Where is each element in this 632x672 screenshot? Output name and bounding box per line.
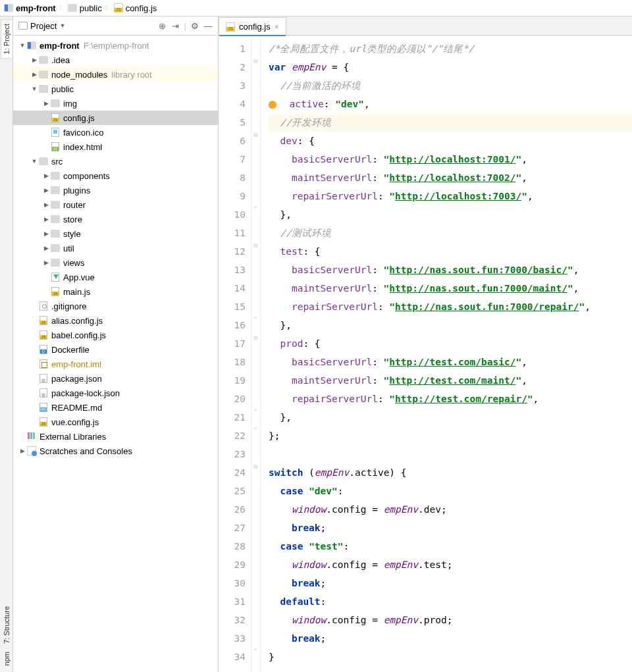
fold-marker[interactable]: ⊟	[251, 242, 260, 261]
tab-npm[interactable]: npm	[1, 648, 12, 669]
fold-marker[interactable]: ⊟	[251, 132, 260, 150]
project-tree[interactable]: ▼emp-frontF:\emp\emp-front▶.idea▶node_mo…	[13, 36, 218, 672]
tree-item[interactable]: favicon.ico	[13, 125, 218, 140]
tree-item[interactable]: package-lock.json	[13, 386, 218, 400]
code-line[interactable]	[269, 445, 632, 463]
fold-marker[interactable]: ⊟	[251, 334, 260, 353]
code-line[interactable]: maintServerUrl: "http://test.com/maint/"…	[269, 371, 632, 390]
tree-item[interactable]: App.vue	[13, 270, 218, 284]
bulb-icon[interactable]	[269, 101, 276, 109]
code-area[interactable]: /*全局配置文件，url类型的必须以"/"结尾*/var empEnv = { …	[261, 36, 632, 672]
panel-title[interactable]: Project	[30, 21, 57, 31]
tree-item[interactable]: index.html	[13, 140, 218, 154]
line-number[interactable]: 26	[219, 500, 246, 519]
line-number[interactable]: 15	[219, 297, 246, 316]
code-line[interactable]: var empEnv = {	[269, 58, 632, 76]
tree-item[interactable]: ▶node_moduleslibrary root	[13, 67, 218, 82]
line-number[interactable]: 4	[219, 95, 246, 113]
line-number[interactable]: 8	[219, 168, 246, 187]
chevron-right-icon[interactable]: ▶	[42, 100, 50, 107]
tree-item[interactable]: ▶util	[13, 241, 218, 255]
chevron-right-icon[interactable]: ▶	[42, 230, 50, 237]
tree-item[interactable]: vue.config.js	[13, 415, 218, 429]
fold-marker[interactable]: ⊟	[251, 58, 260, 76]
line-number[interactable]: 13	[219, 261, 246, 279]
code-line[interactable]: repairServerUrl: "http://test.com/repair…	[269, 390, 632, 408]
tree-item[interactable]: ▼public	[13, 82, 218, 96]
fold-marker[interactable]: ⌃	[251, 316, 260, 334]
target-icon[interactable]: ⊕	[158, 21, 167, 30]
code-line[interactable]: maintServerUrl: "http://localhost:7002/"…	[269, 168, 632, 187]
line-number[interactable]: 5	[219, 113, 246, 132]
breadcrumb-item[interactable]: emp-front	[4, 3, 56, 13]
code-line[interactable]: repairServerUrl: "http://localhost:7003/…	[269, 187, 632, 205]
line-number[interactable]: 17	[219, 334, 246, 353]
code-line[interactable]: break;	[269, 519, 632, 537]
code-line[interactable]: default:	[269, 592, 632, 611]
code-line[interactable]: break;	[269, 574, 632, 592]
line-number[interactable]: 18	[219, 353, 246, 371]
code-line[interactable]: //当前激活的环境	[269, 76, 632, 95]
line-number[interactable]: 12	[219, 242, 246, 261]
code-line[interactable]: basicServerUrl: "http://test.com/basic/"…	[269, 353, 632, 371]
line-number[interactable]: 19	[219, 371, 246, 390]
code-line[interactable]: }	[269, 648, 632, 666]
tree-item[interactable]: package.json	[13, 371, 218, 386]
line-number[interactable]: 30	[219, 574, 246, 592]
line-number[interactable]: 10	[219, 205, 246, 224]
chevron-down-icon[interactable]: ▼	[30, 158, 38, 165]
breadcrumb-item[interactable]: JS config.js	[114, 3, 157, 13]
line-number[interactable]: 27	[219, 519, 246, 537]
tree-item[interactable]: ▶Scratches and Consoles	[13, 444, 218, 458]
chevron-right-icon[interactable]: ▶	[42, 259, 50, 266]
tree-item[interactable]: External Libraries	[13, 429, 218, 444]
line-number[interactable]: 32	[219, 611, 246, 629]
chevron-right-icon[interactable]: ▶	[18, 448, 26, 454]
code-line[interactable]: //测试环境	[269, 224, 632, 242]
line-number[interactable]: 3	[219, 76, 246, 95]
line-number[interactable]: 25	[219, 482, 246, 500]
chevron-down-icon[interactable]: ▼	[18, 42, 26, 49]
breadcrumb-item[interactable]: public	[68, 3, 102, 13]
code-line[interactable]: repairServerUrl: "http://nas.sout.fun:70…	[269, 297, 632, 316]
line-number[interactable]: 29	[219, 556, 246, 574]
chevron-down-icon[interactable]: ▼	[30, 86, 38, 92]
tree-item[interactable]: babel.config.js	[13, 328, 218, 342]
code-line[interactable]: window.config = empEnv.dev;	[269, 500, 632, 519]
code-line[interactable]: case "test":	[269, 537, 632, 556]
line-number[interactable]: 14	[219, 279, 246, 297]
collapse-icon[interactable]: ⇥	[171, 21, 180, 30]
chevron-down-icon[interactable]: ▼	[59, 22, 65, 29]
tree-item[interactable]: ▼src	[13, 154, 218, 168]
chevron-right-icon[interactable]: ▶	[42, 245, 50, 251]
code-line[interactable]: break;	[269, 629, 632, 648]
tree-item[interactable]: ▼emp-frontF:\emp\emp-front	[13, 38, 218, 53]
fold-marker[interactable]: ⌃	[251, 408, 260, 426]
chevron-right-icon[interactable]: ▶	[30, 71, 38, 78]
line-number[interactable]: 31	[219, 592, 246, 611]
fold-marker[interactable]: ⊟	[251, 463, 260, 482]
chevron-right-icon[interactable]: ▶	[42, 187, 50, 194]
tab-project[interactable]: 1: Project	[1, 19, 12, 59]
fold-marker[interactable]: ⌃	[251, 426, 260, 445]
line-number[interactable]: 21	[219, 408, 246, 426]
tree-item[interactable]: ▶plugins	[13, 183, 218, 197]
code-line[interactable]: /*全局配置文件，url类型的必须以"/"结尾*/	[269, 39, 632, 58]
fold-column[interactable]: ⊟⊟⌃⊟⌃⊟⌃⌃⊟⌃	[251, 36, 261, 672]
code-line[interactable]: active: "dev",	[269, 95, 632, 113]
close-icon[interactable]: ×	[275, 22, 279, 32]
code-line[interactable]: window.config = empEnv.prod;	[269, 611, 632, 629]
line-number[interactable]: 11	[219, 224, 246, 242]
line-number[interactable]: 9	[219, 187, 246, 205]
code-line[interactable]: },	[269, 205, 632, 224]
code-line[interactable]: prod: {	[269, 334, 632, 353]
tree-item[interactable]: ▶store	[13, 212, 218, 226]
line-number[interactable]: 28	[219, 537, 246, 556]
fold-marker[interactable]: ⌃	[251, 205, 260, 224]
code-line[interactable]: window.config = empEnv.test;	[269, 556, 632, 574]
line-number[interactable]: 23	[219, 445, 246, 463]
chevron-right-icon[interactable]: ▶	[42, 216, 50, 222]
tree-item[interactable]: README.md	[13, 400, 218, 415]
chevron-right-icon[interactable]: ▶	[42, 201, 50, 208]
code-line[interactable]: maintServerUrl: "http://nas.sout.fun:700…	[269, 279, 632, 297]
